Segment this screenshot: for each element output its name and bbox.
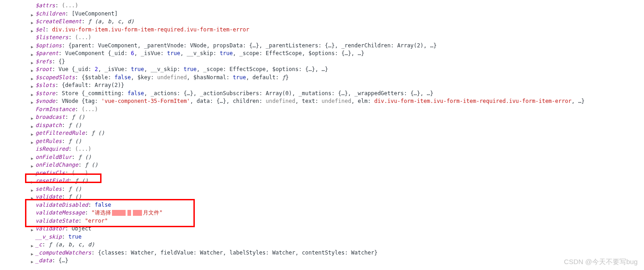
prop-row[interactable]: prefixCls(...) xyxy=(0,169,644,178)
prop-key: $parent xyxy=(35,50,65,56)
prop-value: Store {_committing: false, _actions: {…}… xyxy=(62,90,433,97)
prop-row[interactable]: $listeners(...) xyxy=(0,34,644,42)
prop-row[interactable]: ▶$refs{} xyxy=(0,58,644,66)
prop-value: ƒ (a, b, c, d) xyxy=(88,18,134,25)
prop-value: ƒ () xyxy=(71,114,85,120)
prop-key: _c xyxy=(35,241,49,248)
prop-value: VueComponent {_uid: 6, _isVue: true, __v… xyxy=(65,50,364,56)
prop-value: ƒ (a, b, c, d) xyxy=(49,241,95,248)
prop-key: resetField xyxy=(35,178,75,184)
prop-key: $listeners xyxy=(35,34,75,41)
prop-value: (...) xyxy=(75,34,91,41)
prop-row[interactable]: ▶$children[VueComponent] xyxy=(0,10,644,18)
prop-value: "error" xyxy=(85,218,108,224)
prop-value: ƒ () xyxy=(68,186,81,192)
prop-key: _computedWatchers xyxy=(35,250,98,256)
prop-row[interactable]: ▶$scopedSlots{$stable: false, $key: unde… xyxy=(0,74,644,82)
prop-value: {classes: Watcher, fieldValue: Watcher, … xyxy=(98,250,377,256)
prop-row[interactable]: ▶$createElementƒ (a, b, c, d) xyxy=(0,18,644,26)
prop-key: dispatch xyxy=(35,122,68,128)
prop-row[interactable]: ▶setRulesƒ () xyxy=(0,185,644,194)
prop-value: ƒ () xyxy=(91,130,105,136)
prop-key: FormInstance xyxy=(35,106,81,112)
prop-key: isRequired xyxy=(35,146,75,152)
prop-value: ƒ () xyxy=(68,194,81,200)
prop-key: $slots xyxy=(35,82,62,88)
prop-value: ƒ () xyxy=(85,162,98,168)
prop-value: ƒ () xyxy=(68,122,81,128)
prop-row[interactable]: ▶$eldiv.ivu-form-item.ivu-form-item-requ… xyxy=(0,26,644,34)
prop-key: validateDisabled xyxy=(35,202,95,208)
prop-key: $children xyxy=(35,10,71,17)
prop-row[interactable]: ▶validateƒ () xyxy=(0,193,644,201)
prop-row[interactable]: ▶$parentVueComponent {_uid: 6, _isVue: t… xyxy=(0,50,644,58)
prop-row[interactable]: validateMessage"请选择月文件" xyxy=(0,209,644,217)
prop-value: div.ivu-form-item.ivu-form-item-required… xyxy=(52,26,249,33)
prop-value: [VueComponent] xyxy=(71,10,117,17)
prop-key: getFilteredRule xyxy=(35,130,91,136)
prop-value: Vue {_uid: 2, _isVue: true, __v_skip: tr… xyxy=(59,66,328,72)
prop-key: $scopedSlots xyxy=(35,74,81,81)
prop-row[interactable]: ▶_cƒ (a, b, c, d) xyxy=(0,241,644,249)
prop-key: $refs xyxy=(35,58,59,65)
prop-row[interactable]: ▶dispatchƒ () xyxy=(0,122,644,130)
prop-row[interactable]: ▶$storeStore {_committing: false, _actio… xyxy=(0,90,644,98)
prop-key: onFieldChange xyxy=(35,162,85,168)
prop-value: (...) xyxy=(81,106,98,112)
prop-key: validate xyxy=(35,194,68,200)
prop-value: (...) xyxy=(62,2,78,9)
prop-value: (...) xyxy=(75,146,91,152)
prop-key: onFieldBlur xyxy=(35,154,78,160)
prop-row[interactable]: ▶$slots{default: Array(2)} xyxy=(0,82,644,90)
prop-row[interactable]: ▶$vnodeVNode {tag: 'vue-component-35-For… xyxy=(0,97,644,106)
prop-key: $root xyxy=(35,66,59,72)
prop-row[interactable]: validateState"error" xyxy=(0,217,644,225)
prop-value: {parent: VueComponent, _parentVnode: VNo… xyxy=(68,42,436,49)
prop-key: $vnode xyxy=(35,98,62,104)
prop-value: (...) xyxy=(71,170,88,176)
prop-row[interactable]: ▶onFieldChangeƒ () xyxy=(0,161,644,169)
prop-key: $store xyxy=(35,90,62,97)
prop-value: ƒ () xyxy=(68,138,81,144)
prop-row[interactable]: ▶getFilteredRuleƒ () xyxy=(0,129,644,138)
prop-row[interactable]: FormInstance(...) xyxy=(0,106,644,114)
prop-row[interactable]: validateDisabledfalse xyxy=(0,201,644,209)
prop-value: true xyxy=(68,234,81,240)
prop-value: "请选择月文件" xyxy=(91,209,162,216)
prop-value: {…} xyxy=(59,257,69,264)
prop-row[interactable]: ▶broadcastƒ () xyxy=(0,113,644,122)
prop-row[interactable]: isRequired(...) xyxy=(0,145,644,153)
prop-row[interactable]: ▶getRulesƒ () xyxy=(0,138,644,146)
prop-key: validateMessage xyxy=(35,209,91,216)
prop-value: VNode {tag: 'vue-component-35-FormItem',… xyxy=(62,98,585,104)
prop-value: {default: Array(2)} xyxy=(62,82,124,88)
prop-row[interactable]: ▶resetFieldƒ () xyxy=(0,177,644,185)
prop-value: ƒ () xyxy=(75,178,88,184)
prop-key: $el xyxy=(35,26,52,33)
object-tree[interactable]: $attrs(...)▶$children[VueComponent]▶$cre… xyxy=(0,2,644,265)
prop-value: {} xyxy=(59,58,65,65)
prop-key: getRules xyxy=(35,138,68,144)
prop-value: Object xyxy=(71,225,91,232)
prop-row[interactable]: __v_skiptrue xyxy=(0,233,644,241)
prop-row[interactable]: ▶validatorObject xyxy=(0,225,644,233)
prop-row[interactable]: ▶_computedWatchers{classes: Watcher, fie… xyxy=(0,249,644,257)
expand-icon[interactable]: ▶ xyxy=(31,258,33,266)
prop-key: broadcast xyxy=(35,114,71,120)
prop-row[interactable]: ▶onFieldBlurƒ () xyxy=(0,153,644,162)
prop-value: {$stable: false, $key: undefined, $hasNo… xyxy=(81,74,289,81)
prop-key: _data xyxy=(35,257,59,264)
prop-key: $attrs xyxy=(35,2,62,9)
prop-row[interactable]: ▶_data{…} xyxy=(0,257,644,265)
prop-row[interactable]: ▶$rootVue {_uid: 2, _isVue: true, __v_sk… xyxy=(0,66,644,74)
prop-key: validateState xyxy=(35,218,85,224)
prop-key: prefixCls xyxy=(35,170,71,176)
prop-key: $createElement xyxy=(35,18,88,25)
prop-key: $options xyxy=(35,42,68,49)
prop-key: setRules xyxy=(35,186,68,192)
prop-row[interactable]: ▶$options{parent: VueComponent, _parentV… xyxy=(0,42,644,50)
prop-key: __v_skip xyxy=(35,234,68,240)
prop-value: ƒ () xyxy=(78,154,91,160)
prop-row[interactable]: $attrs(...) xyxy=(0,2,644,10)
prop-value: false xyxy=(95,202,111,208)
